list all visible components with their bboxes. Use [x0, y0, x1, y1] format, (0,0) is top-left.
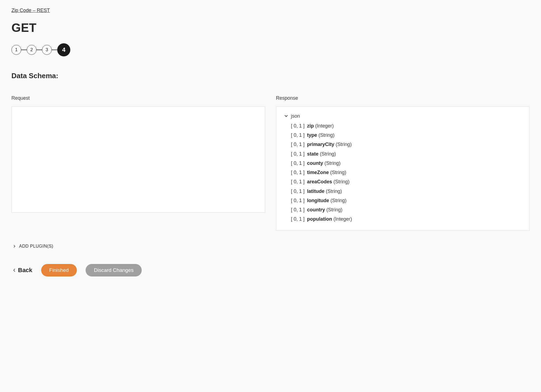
field-name: timeZone — [307, 170, 329, 175]
field-name: primaryCity — [307, 142, 334, 147]
field-name: state — [307, 151, 319, 157]
field-type: (String) — [329, 198, 347, 203]
field-name: latitude — [307, 189, 325, 194]
step-connector — [37, 50, 42, 50]
chevron-left-icon — [13, 267, 16, 274]
field-name: population — [307, 216, 332, 222]
field-name: country — [307, 207, 325, 212]
discard-button[interactable]: Discard Changes — [86, 264, 142, 276]
response-field[interactable]: [ 0, 1 ] areaCodes (String) — [291, 177, 522, 186]
request-column: Request — [11, 95, 265, 231]
response-field[interactable]: [ 0, 1 ] longitude (String) — [291, 196, 522, 205]
request-box — [11, 107, 265, 213]
request-label: Request — [11, 95, 265, 101]
field-type: (Integer) — [314, 123, 334, 129]
field-type: (String) — [325, 189, 342, 194]
response-column: Response json [ 0, 1 ] zip (Integer)[ 0,… — [276, 95, 530, 231]
section-title: Data Schema: — [11, 72, 530, 80]
response-field[interactable]: [ 0, 1 ] county (String) — [291, 159, 522, 168]
field-cardinality: [ 0, 1 ] — [291, 123, 306, 129]
field-name: type — [307, 132, 317, 138]
finished-button[interactable]: Finished — [41, 264, 77, 276]
step-connector — [52, 50, 57, 50]
back-button[interactable]: Back — [11, 267, 32, 274]
response-field[interactable]: [ 0, 1 ] state (String) — [291, 149, 522, 159]
add-plugins-label: ADD PLUGIN(S) — [19, 244, 53, 249]
response-field[interactable]: [ 0, 1 ] population (Integer) — [291, 214, 522, 224]
field-type: (String) — [319, 151, 336, 157]
response-field[interactable]: [ 0, 1 ] timeZone (String) — [291, 168, 522, 177]
field-cardinality: [ 0, 1 ] — [291, 189, 306, 194]
response-label: Response — [276, 95, 530, 101]
field-name: county — [307, 160, 323, 166]
field-cardinality: [ 0, 1 ] — [291, 160, 306, 166]
step-3[interactable]: 3 — [42, 45, 52, 55]
step-connector — [21, 50, 27, 50]
response-field[interactable]: [ 0, 1 ] latitude (String) — [291, 187, 522, 196]
add-plugins[interactable]: ADD PLUGIN(S) — [11, 244, 530, 249]
field-cardinality: [ 0, 1 ] — [291, 151, 306, 157]
field-cardinality: [ 0, 1 ] — [291, 170, 306, 175]
field-type: (String) — [325, 207, 343, 212]
response-tree-root[interactable]: json — [284, 113, 522, 119]
field-name: areaCodes — [307, 179, 332, 184]
field-type: (String) — [317, 132, 335, 138]
button-row: Back Finished Discard Changes — [11, 264, 530, 276]
response-tree-root-label: json — [291, 113, 300, 119]
field-type: (String) — [332, 179, 350, 184]
field-type: (String) — [329, 170, 346, 175]
chevron-right-icon — [13, 244, 16, 249]
field-name: zip — [307, 123, 314, 129]
response-box: json [ 0, 1 ] zip (Integer)[ 0, 1 ] type… — [276, 107, 530, 231]
field-cardinality: [ 0, 1 ] — [291, 132, 306, 138]
breadcrumb[interactable]: Zip Code – REST — [11, 8, 50, 13]
field-type: (String) — [323, 160, 341, 166]
field-cardinality: [ 0, 1 ] — [291, 142, 306, 147]
field-cardinality: [ 0, 1 ] — [291, 216, 306, 222]
stepper: 1 2 3 4 — [11, 43, 530, 56]
response-tree-children: [ 0, 1 ] zip (Integer)[ 0, 1 ] type (Str… — [284, 121, 522, 224]
page-title: GET — [11, 21, 530, 35]
field-cardinality: [ 0, 1 ] — [291, 207, 306, 212]
chevron-down-icon — [284, 114, 288, 119]
field-cardinality: [ 0, 1 ] — [291, 198, 306, 203]
field-type: (Integer) — [332, 216, 352, 222]
response-field[interactable]: [ 0, 1 ] type (String) — [291, 130, 522, 140]
step-1[interactable]: 1 — [11, 45, 21, 55]
field-cardinality: [ 0, 1 ] — [291, 179, 306, 184]
step-2[interactable]: 2 — [27, 45, 37, 55]
response-field[interactable]: [ 0, 1 ] primaryCity (String) — [291, 140, 522, 149]
response-field[interactable]: [ 0, 1 ] country (String) — [291, 205, 522, 214]
step-4[interactable]: 4 — [57, 43, 70, 56]
schema-row: Request Response json [ 0, 1 ] zip (Inte… — [11, 95, 530, 231]
field-name: longitude — [307, 198, 329, 203]
field-type: (String) — [334, 142, 352, 147]
back-label: Back — [18, 267, 32, 274]
response-field[interactable]: [ 0, 1 ] zip (Integer) — [291, 121, 522, 130]
